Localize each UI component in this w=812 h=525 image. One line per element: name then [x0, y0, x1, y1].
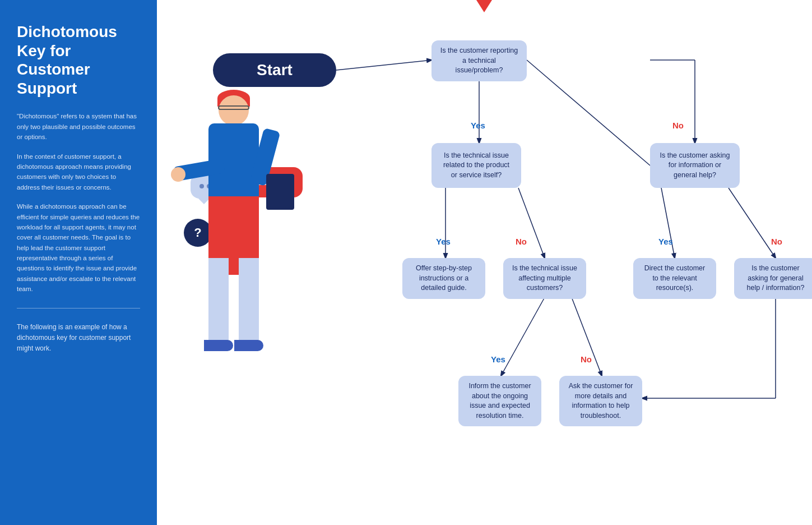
sidebar: Dichotomous Key for Customer Support "Di… [0, 0, 157, 525]
yn-q4-yes: Yes [491, 354, 505, 364]
node-out3: Direct the customer to the relevant reso… [633, 258, 716, 299]
question-bubble: ? [184, 219, 212, 247]
sidebar-desc2: In the context of customer support, a di… [17, 151, 140, 193]
svg-line-7 [661, 188, 675, 258]
node-q3: Is the customer asking for information o… [650, 143, 740, 188]
svg-line-10 [572, 297, 602, 376]
yn-q1-yes: Yes [471, 121, 485, 130]
svg-line-0 [336, 60, 431, 70]
svg-line-8 [729, 188, 776, 258]
character-illustration: ? [157, 84, 347, 477]
yn-q4-no: No [581, 354, 592, 364]
node-q5: Is the customer asking for general help … [734, 258, 812, 299]
sidebar-title: Dichotomous Key for Customer Support [17, 22, 140, 98]
dot1 [199, 184, 204, 188]
person-shoe-right [234, 340, 263, 351]
person-glasses [218, 105, 249, 110]
person-shoe-left [204, 340, 233, 351]
sidebar-desc3: While a dichotomous approach can be effi… [17, 201, 140, 294]
node-out4: Inform the customer about the ongoing is… [458, 376, 541, 426]
main-content: ? [157, 0, 812, 525]
person-leg-left [208, 258, 229, 348]
node-out1: Offer step-by-step instructions or a det… [402, 258, 485, 299]
sidebar-divider [17, 308, 140, 308]
yn-q2-no: No [516, 237, 527, 246]
yn-q1-no: No [672, 121, 684, 130]
yn-q3-no: No [771, 237, 782, 246]
node-q1: Is the customer reporting a technical is… [431, 40, 527, 81]
svg-line-2 [527, 60, 650, 165]
node-q4: Is the technical issue affecting multipl… [503, 258, 586, 299]
person-head [219, 95, 249, 126]
svg-line-9 [501, 297, 545, 376]
yn-q2-yes: Yes [436, 237, 451, 246]
svg-line-6 [518, 188, 545, 258]
node-out5: Ask the customer for more details and in… [559, 376, 642, 426]
person-hand [171, 167, 185, 182]
start-node: Start [213, 53, 336, 87]
sidebar-desc4: The following is an example of how a dic… [17, 322, 140, 354]
sidebar-desc1: "Dichotomous" refers to a system that ha… [17, 111, 140, 142]
person-book [266, 174, 294, 210]
yn-q3-yes: Yes [658, 237, 673, 246]
top-triangle [476, 0, 492, 12]
node-q2: Is the technical issue related to the pr… [431, 143, 521, 188]
person-leg-right [239, 258, 259, 348]
